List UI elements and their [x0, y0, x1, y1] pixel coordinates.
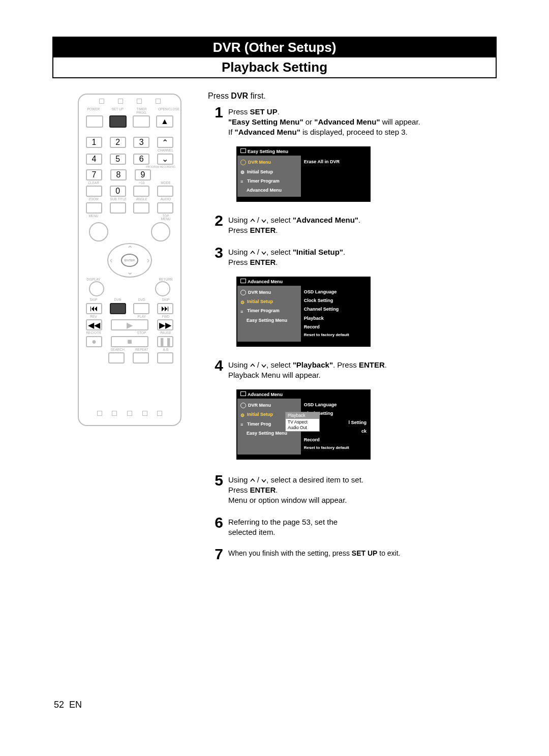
chevron-up-icon: ⌃ — [157, 137, 173, 148]
osd-advanced-2: Advanced Menu DVR Menu ⚙Initial Setup ≡T… — [236, 389, 371, 460]
osd-menu-item: ≡Timer Program — [237, 306, 301, 315]
play-icon: ▶ — [111, 319, 148, 330]
eject-icon: ▲ — [156, 115, 173, 128]
playback-submenu: Playback TV Aspect Audio Out — [285, 412, 320, 432]
step-2: 2 Using / , select "Advanced Menu". Pres… — [206, 213, 496, 236]
setup-button-highlight — [109, 115, 127, 128]
step-5: 5 Using / , select a desired item to set… — [206, 473, 496, 506]
list-icon: ≡ — [240, 309, 245, 313]
step-6: 6 Referring to the page 53, set theselec… — [206, 515, 496, 538]
list-icon: ≡ — [240, 178, 245, 183]
power-icon — [86, 115, 103, 128]
osd-menu-item: Easy Setting Menu — [237, 316, 301, 325]
step-1: 1 Press SET UP. "Easy Setting Menu" or "… — [206, 105, 496, 138]
step-4: 4 Using / , select "Playback". Press ENT… — [206, 358, 496, 381]
record-icon: ● — [86, 336, 102, 347]
step-3: 3 Using / , select "Initial Setup". Pres… — [206, 245, 496, 268]
stop-icon: ■ — [111, 336, 148, 347]
dvr-button-highlight — [110, 303, 126, 314]
osd-menu-item: Advanced Menu — [237, 186, 301, 195]
chevron-down-icon: ⌄ — [157, 154, 173, 165]
intro-line: Press DVR first. — [208, 90, 496, 102]
osd-menu-item: ⚙Initial Setup — [237, 297, 301, 306]
rewind-icon: ◀◀ — [86, 319, 102, 330]
osd-menu-item: DVR Menu — [237, 288, 301, 297]
page-footer: 52 EN — [54, 700, 82, 710]
gear-icon: ⚙ — [240, 299, 245, 304]
enter-button: ENTER — [121, 254, 138, 267]
osd-menu-item: DVR Menu — [237, 401, 301, 410]
header-bottom: Playback Setting — [53, 57, 496, 77]
osd-menu-item: DVR Menu — [237, 158, 301, 167]
osd-menu-item: ⚙Initial Setup — [237, 167, 301, 176]
remote-illustration: POWERSET UPTIMER PROG.OPEN/CLOSE ▲ 123⌃ … — [78, 94, 181, 426]
page-header: DVR (Other Setups) Playback Setting — [52, 37, 497, 78]
skip-prev-icon: ⏮ — [86, 303, 102, 314]
osd-menu-item: ≡Timer Program — [237, 176, 301, 186]
osd-advanced-1: Advanced Menu DVR Menu ⚙Initial Setup ≡T… — [236, 277, 371, 347]
list-icon: ≡ — [240, 421, 245, 426]
header-top: DVR (Other Setups) — [53, 38, 496, 57]
osd-easy-setting: Easy Setting Menu DVR Menu ⚙Initial Setu… — [236, 146, 371, 202]
gear-icon: ⚙ — [240, 412, 245, 417]
step-7: 7 When you finish with the setting, pres… — [206, 547, 496, 562]
forward-icon: ▶▶ — [157, 319, 173, 330]
skip-next-icon: ⏭ — [157, 303, 173, 314]
pause-icon: ❚❚ — [157, 336, 173, 347]
gear-icon: ⚙ — [240, 169, 245, 174]
